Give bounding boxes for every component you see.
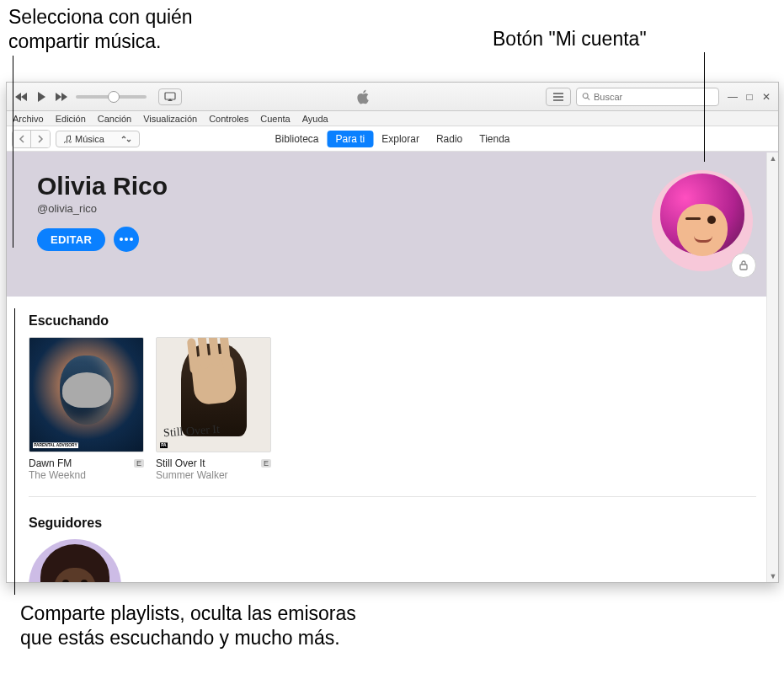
- playback-controls: [12, 88, 71, 106]
- music-note-icon: [63, 135, 72, 143]
- play-button[interactable]: [32, 88, 51, 106]
- scroll-up-arrow[interactable]: ▲: [767, 152, 779, 164]
- album-art[interactable]: Still Over It PA: [156, 337, 271, 452]
- media-select-label: Música: [75, 134, 104, 144]
- vertical-scrollbar[interactable]: ▲ ▼: [766, 152, 778, 582]
- search-input[interactable]: [594, 92, 713, 102]
- nav-arrows: [12, 130, 51, 148]
- airplay-button[interactable]: [158, 88, 182, 105]
- media-type-select[interactable]: Música: [56, 131, 140, 147]
- tab-radio[interactable]: Radio: [428, 131, 471, 147]
- tab-biblioteca[interactable]: Biblioteca: [266, 131, 327, 147]
- parental-advisory-badge: PA: [160, 442, 168, 448]
- explicit-badge: E: [261, 459, 271, 468]
- nav-forward-button[interactable]: [31, 131, 50, 147]
- volume-thumb[interactable]: [108, 91, 120, 103]
- annotation-my-account: Botón "Mi cuenta": [493, 27, 647, 51]
- album-card[interactable]: Still Over It PA Still Over It E Summer …: [156, 337, 271, 481]
- privacy-lock-badge: [731, 253, 756, 278]
- profile-name: Olivia Rico: [37, 172, 748, 200]
- nav-row: Música Biblioteca Para ti Explorar Radio…: [7, 126, 778, 152]
- svg-point-4: [583, 94, 588, 99]
- ellipsis-icon: [120, 238, 133, 241]
- explicit-badge: E: [134, 459, 144, 468]
- previous-button[interactable]: [12, 88, 30, 106]
- menu-ayuda[interactable]: Ayuda: [296, 114, 334, 124]
- minimize-button[interactable]: —: [726, 90, 739, 104]
- annotation-share-with: Selecciona con quién compartir música.: [8, 5, 193, 54]
- album-title: Still Over It: [156, 457, 205, 469]
- close-button[interactable]: ✕: [760, 90, 773, 104]
- album-art-signature: Still Over It: [163, 423, 221, 441]
- followers-section: Seguidores: [29, 516, 756, 582]
- next-button[interactable]: [52, 88, 71, 106]
- scroll-down-arrow[interactable]: ▼: [767, 570, 779, 582]
- album-art[interactable]: PARENTAL ADVISORY: [29, 337, 144, 452]
- album-artist: The Weeknd: [29, 469, 144, 481]
- lock-icon: [738, 259, 749, 271]
- menu-cuenta[interactable]: Cuenta: [254, 114, 296, 124]
- section-followers-title: Seguidores: [29, 516, 756, 531]
- annotation-share-playlists: Comparte playlists, oculta las emisoras …: [20, 601, 356, 650]
- more-options-button[interactable]: [114, 227, 139, 252]
- menu-visualizacion[interactable]: Visualización: [137, 114, 203, 124]
- svg-rect-6: [740, 265, 747, 270]
- section-divider: [29, 496, 756, 497]
- nav-back-button[interactable]: [13, 131, 31, 147]
- profile-header: Olivia Rico @olivia_rico EDITAR: [7, 152, 778, 297]
- menu-edicion[interactable]: Edición: [50, 114, 92, 124]
- search-icon: [582, 92, 590, 101]
- maximize-button[interactable]: □: [743, 90, 756, 104]
- volume-slider[interactable]: [76, 95, 147, 99]
- chevron-updown-icon: [120, 136, 132, 142]
- follower-avatar[interactable]: [29, 539, 121, 582]
- tab-explorar[interactable]: Explorar: [373, 131, 428, 147]
- menu-bar: Archivo Edición Canción Visualización Co…: [7, 111, 778, 126]
- section-listening-title: Escuchando: [29, 313, 756, 329]
- album-title: Dawn FM: [29, 457, 72, 469]
- album-artist: Summer Walker: [156, 469, 271, 481]
- menu-cancion[interactable]: Canción: [92, 114, 137, 124]
- player-bar: — □ ✕: [7, 83, 778, 111]
- listening-albums-row: PARENTAL ADVISORY Dawn FM E The Weeknd S…: [29, 337, 756, 481]
- profile-content: Escuchando PARENTAL ADVISORY Dawn FM E T…: [7, 297, 778, 582]
- svg-line-5: [588, 98, 590, 100]
- now-playing-lcd: [182, 88, 546, 105]
- itunes-window: — □ ✕ Archivo Edición Canción Visualizac…: [6, 82, 779, 583]
- tab-para-ti[interactable]: Para ti: [328, 131, 374, 147]
- queue-button[interactable]: [546, 88, 571, 106]
- profile-handle: @olivia_rico: [37, 202, 748, 215]
- apple-logo-icon: [355, 88, 372, 105]
- album-card[interactable]: PARENTAL ADVISORY Dawn FM E The Weeknd: [29, 337, 144, 481]
- menu-controles[interactable]: Controles: [203, 114, 254, 124]
- search-box[interactable]: [576, 88, 719, 106]
- tab-tienda[interactable]: Tienda: [471, 131, 518, 147]
- window-controls: — □ ✕: [726, 90, 773, 104]
- edit-profile-button[interactable]: EDITAR: [37, 228, 105, 251]
- center-tabs: Biblioteca Para ti Explorar Radio Tienda: [266, 131, 518, 147]
- svg-rect-0: [165, 93, 175, 99]
- parental-advisory-badge: PARENTAL ADVISORY: [33, 442, 78, 448]
